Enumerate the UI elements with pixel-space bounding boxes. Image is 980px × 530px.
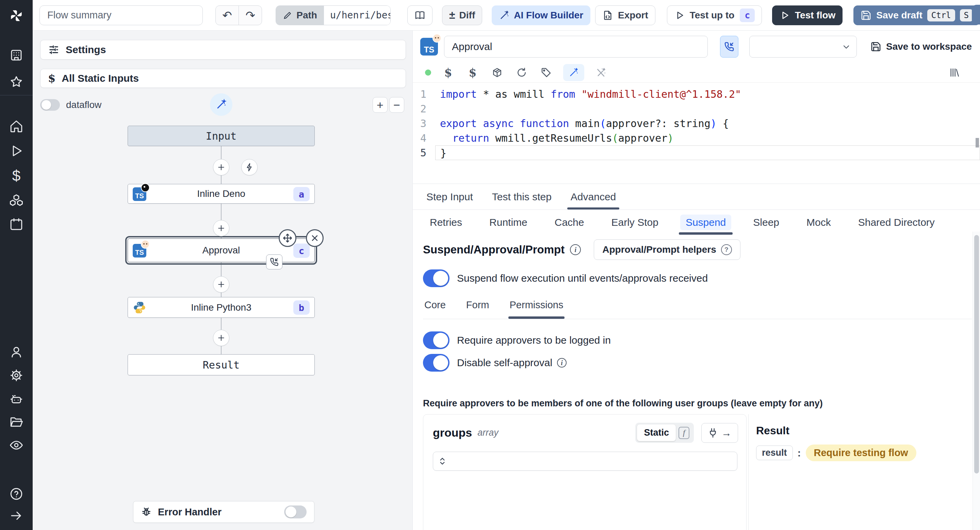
- add-step-button[interactable]: [213, 330, 229, 346]
- chevron-down-icon: [842, 42, 851, 52]
- info-icon[interactable]: i: [557, 358, 566, 367]
- dataflow-toggle[interactable]: [40, 99, 60, 111]
- result-key-pill[interactable]: result: [756, 445, 793, 460]
- require-login-toggle[interactable]: [423, 331, 450, 349]
- workspace-icon[interactable]: [8, 47, 24, 63]
- editor-scrollbar-thumb[interactable]: [975, 138, 979, 147]
- diff-button[interactable]: ± Diff: [442, 5, 482, 25]
- tab-test-this-step[interactable]: Test this step: [488, 184, 555, 209]
- tab-cache[interactable]: Cache: [548, 210, 591, 235]
- save-icon: [870, 41, 881, 52]
- script-kind-select[interactable]: [749, 36, 857, 57]
- flow-settings-button[interactable]: Settings: [40, 40, 406, 60]
- export-button[interactable]: Export: [595, 5, 655, 25]
- deploy-button-partial[interactable]: [972, 5, 980, 24]
- code-line[interactable]: 2: [413, 102, 980, 116]
- tag-icon[interactable]: [539, 64, 554, 81]
- page-scrollbar[interactable]: [972, 231, 980, 530]
- package-icon[interactable]: [490, 64, 504, 81]
- suspend-phone-badge[interactable]: [266, 254, 282, 270]
- resources-icon[interactable]: [8, 192, 24, 208]
- undo-button[interactable]: ↶: [216, 6, 239, 25]
- add-step-button[interactable]: [213, 159, 229, 176]
- tab-mock[interactable]: Mock: [800, 210, 838, 235]
- ai-flow-builder-button[interactable]: AI Flow Builder: [492, 5, 590, 25]
- step-editor-header: TS Save to workspace: [413, 31, 980, 63]
- tab-sleep[interactable]: Sleep: [746, 210, 786, 235]
- static-inputs-icon[interactable]: $: [465, 64, 480, 81]
- main-column: ↶ ↷ Path u/henri/bes ± Diff AI Flow Buil…: [33, 0, 980, 530]
- all-static-inputs-button[interactable]: $ All Static Inputs: [40, 69, 406, 88]
- code-line[interactable]: 5}: [413, 145, 980, 160]
- tab-advanced[interactable]: Advanced: [567, 184, 619, 209]
- add-trigger-button[interactable]: [241, 159, 258, 176]
- step-node-a[interactable]: TS Inline Deno a: [127, 184, 315, 204]
- error-handler-card[interactable]: Error Handler: [133, 501, 314, 523]
- move-step-button[interactable]: [279, 229, 296, 247]
- code-line[interactable]: 4 return wmill.getResumeUrls(approver): [413, 131, 980, 145]
- step-name-input[interactable]: [444, 36, 708, 57]
- code-line[interactable]: 3export async function main(approver?: s…: [413, 116, 980, 131]
- tab-core[interactable]: Core: [423, 297, 447, 319]
- schedules-icon[interactable]: [8, 216, 24, 232]
- add-step-button[interactable]: [213, 276, 229, 292]
- tab-runtime[interactable]: Runtime: [482, 210, 534, 235]
- variables-icon[interactable]: $: [8, 168, 24, 184]
- play-icon: [779, 10, 790, 21]
- zoom-in-button[interactable]: +: [372, 97, 388, 113]
- tab-form[interactable]: Form: [465, 297, 491, 319]
- help-icon[interactable]: [8, 486, 24, 502]
- collapse-arrow-icon[interactable]: [8, 508, 24, 524]
- flow-result-node[interactable]: Result: [127, 354, 315, 375]
- settings-gear-icon[interactable]: [8, 367, 24, 383]
- users-icon[interactable]: [8, 344, 24, 360]
- diff-icon: ±: [449, 9, 455, 21]
- ai-assistant-icon[interactable]: [563, 64, 584, 81]
- suspend-toggle[interactable]: [423, 270, 450, 287]
- audit-eye-icon[interactable]: [8, 437, 24, 453]
- variables-icon[interactable]: $: [441, 64, 456, 81]
- ai-step-wand-button[interactable]: [210, 93, 232, 116]
- test-up-to-button[interactable]: Test up to c: [667, 5, 762, 25]
- tab-step-input[interactable]: Step Input: [423, 184, 476, 209]
- tab-shared-directory[interactable]: Shared Directory: [851, 210, 942, 235]
- tab-early-stop[interactable]: Early Stop: [605, 210, 665, 235]
- save-to-workspace-button[interactable]: Save to workspace: [870, 41, 972, 52]
- add-step-button[interactable]: [213, 220, 229, 236]
- home-icon[interactable]: [8, 118, 24, 134]
- page-scrollbar-thumb[interactable]: [974, 235, 979, 473]
- ai-assistant-off-icon[interactable]: [594, 64, 609, 81]
- code-editor[interactable]: 1import * as wmill from "windmill-client…: [413, 82, 980, 184]
- runs-icon[interactable]: [8, 143, 24, 159]
- folders-icon[interactable]: [8, 414, 24, 430]
- windmill-logo[interactable]: [8, 8, 24, 24]
- library-icon[interactable]: [947, 64, 962, 81]
- tab-permissions[interactable]: Permissions: [508, 297, 565, 319]
- favorites-icon[interactable]: [8, 74, 24, 90]
- delete-step-button[interactable]: [306, 229, 324, 247]
- tab-retries[interactable]: Retries: [423, 210, 469, 235]
- connect-input-button[interactable]: →: [701, 423, 738, 443]
- reset-icon[interactable]: [514, 64, 529, 81]
- javascript-mode-button[interactable]: f: [677, 425, 691, 441]
- static-mode-button[interactable]: Static: [637, 425, 676, 441]
- approval-prompt-helpers-button[interactable]: Approval/Prompt helpers ?: [594, 239, 740, 260]
- zoom-out-button[interactable]: −: [389, 97, 404, 113]
- error-handler-toggle[interactable]: [284, 506, 307, 519]
- disable-self-approval-toggle[interactable]: [423, 354, 450, 372]
- info-icon[interactable]: i: [570, 244, 581, 255]
- flow-summary-input[interactable]: [40, 5, 203, 25]
- groups-select-input[interactable]: [433, 452, 737, 471]
- redo-button[interactable]: ↷: [239, 6, 262, 25]
- test-flow-button[interactable]: Test flow: [772, 5, 843, 25]
- save-draft-button[interactable]: Save draft Ctrl S: [853, 5, 980, 25]
- tab-suspend[interactable]: Suspend: [679, 210, 733, 235]
- docs-button[interactable]: [407, 5, 433, 25]
- flow-input-node[interactable]: Input: [127, 126, 315, 146]
- suspend-approval-button[interactable]: [720, 36, 738, 57]
- code-line[interactable]: 1import * as wmill from "windmill-client…: [413, 87, 980, 102]
- path-button[interactable]: Path u/henri/bes: [275, 5, 391, 25]
- step-node-c-approval[interactable]: TS Approval c: [127, 238, 315, 262]
- step-node-b[interactable]: Inline Python3 b: [127, 297, 315, 318]
- workers-robot-icon[interactable]: [8, 391, 24, 407]
